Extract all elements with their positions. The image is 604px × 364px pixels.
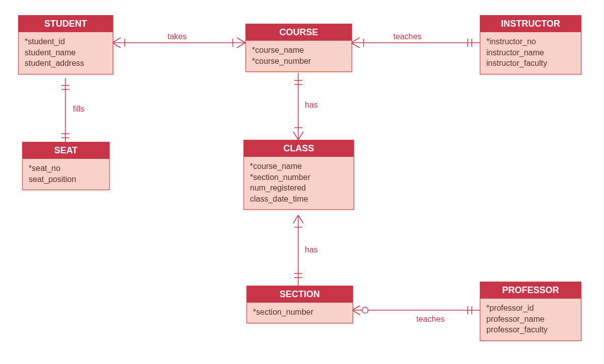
attr: class_date_time: [250, 194, 348, 205]
label-fills: fills: [73, 105, 84, 114]
label-takes: takes: [167, 32, 187, 41]
label-has2: has: [305, 245, 318, 254]
rel-has-course-class-line: [293, 73, 303, 140]
attr: student_name: [25, 47, 107, 58]
label-teaches2: teaches: [416, 315, 445, 324]
entity-instructor-title: INSTRUCTOR: [480, 16, 581, 32]
entity-seat-title: SEAT: [23, 142, 109, 159]
svg-line-33: [352, 310, 360, 315]
attr: professor_faculty: [486, 324, 575, 335]
svg-line-23: [298, 132, 303, 140]
entity-course-body: *course_name *course_number: [246, 41, 352, 71]
entity-professor: PROFESSOR *professor_id professor_name p…: [480, 282, 581, 341]
svg-line-22: [293, 132, 298, 140]
entity-class-title: CLASS: [244, 140, 354, 157]
svg-line-2: [112, 43, 121, 48]
attr: *section_number: [250, 172, 348, 183]
entity-course: COURSE *course_name *course_number: [245, 24, 352, 72]
label-has1: has: [305, 101, 318, 110]
svg-point-34: [362, 307, 368, 313]
entity-professor-title: PROFESSOR: [480, 282, 581, 299]
entity-section-body: *section_number: [247, 303, 353, 323]
attr: *course_name: [252, 45, 346, 56]
rel-teaches-professor-line: [352, 306, 480, 315]
entity-section-title: SECTION: [247, 286, 353, 303]
svg-line-10: [351, 43, 360, 48]
entity-seat: SEAT *seat_no seat_position: [22, 142, 110, 190]
attr: *course_name: [250, 161, 348, 172]
svg-line-5: [237, 38, 245, 43]
svg-line-9: [351, 38, 360, 43]
entity-section: SECTION *section_number: [246, 286, 353, 323]
svg-line-6: [237, 43, 245, 48]
entity-student-title: STUDENT: [19, 16, 113, 32]
entity-class-body: *course_name *section_number num_registe…: [244, 157, 354, 209]
svg-line-27: [298, 215, 303, 223]
label-teaches1: teaches: [393, 32, 421, 41]
attr: *seat_no: [29, 163, 103, 174]
attr: instructor_faculty: [486, 58, 575, 69]
svg-line-26: [293, 215, 298, 223]
attr: student_address: [25, 58, 107, 69]
rel-fills-line: [61, 78, 69, 142]
entity-student: STUDENT *student_id student_name student…: [18, 15, 113, 74]
rel-has-class-section-line: [293, 215, 303, 286]
entity-instructor: INSTRUCTOR *instructor_no instructor_nam…: [480, 15, 581, 74]
attr: *student_id: [25, 36, 107, 47]
attr: *course_number: [252, 56, 346, 67]
attr: *section_number: [253, 307, 347, 318]
entity-professor-body: *professor_id professor_name professor_f…: [480, 299, 581, 340]
svg-line-1: [112, 38, 121, 43]
attr: seat_position: [29, 174, 103, 185]
attr: *professor_id: [486, 303, 575, 314]
entity-student-body: *student_id student_name student_address: [19, 32, 113, 74]
attr: *instructor_no: [486, 36, 575, 47]
entity-class: CLASS *course_name *section_number num_r…: [243, 140, 354, 210]
entity-course-title: COURSE: [246, 24, 352, 41]
attr: num_registered: [250, 183, 348, 194]
entity-seat-body: *seat_no seat_position: [23, 159, 109, 190]
attr: instructor_name: [486, 47, 575, 58]
attr: professor_name: [486, 314, 575, 325]
svg-line-32: [352, 306, 360, 310]
entity-instructor-body: *instructor_no instructor_name instructo…: [480, 32, 581, 74]
